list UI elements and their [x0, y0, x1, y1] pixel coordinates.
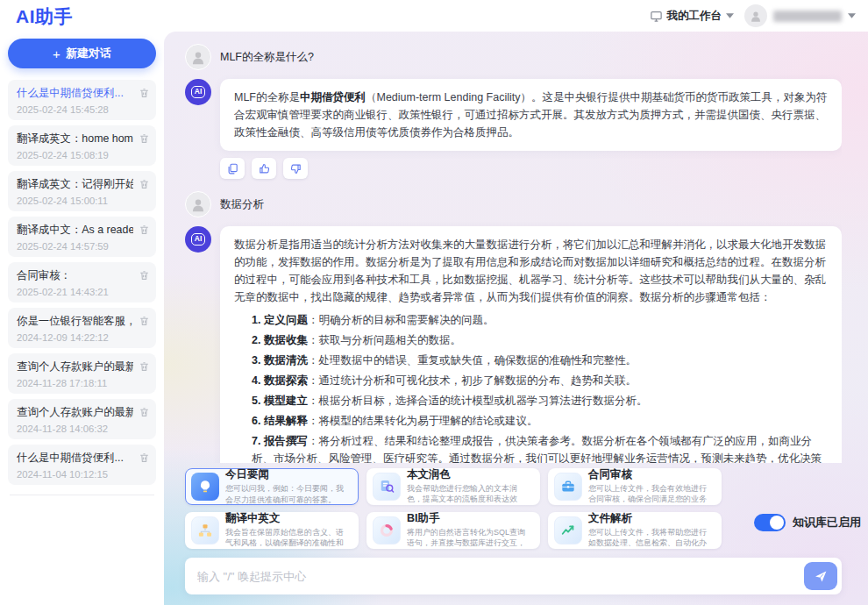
copy-button[interactable]: [220, 158, 245, 179]
user-message-text: 数据分析: [220, 197, 264, 212]
user-message-text: MLF的全称是什么?: [220, 50, 314, 65]
user-message: MLF的全称是什么?: [185, 44, 842, 70]
trash-icon[interactable]: [139, 224, 150, 236]
ai-message: AI MLF的全称是中期借贷便利（Medium-term Lending Fac…: [185, 79, 842, 151]
ai-avatar: AI: [185, 226, 211, 253]
composer-bar: [185, 558, 842, 594]
person-icon: [189, 47, 208, 67]
conversation-time: 2024-12-09 14:22:12: [17, 332, 133, 343]
workspace-label: 我的工作台: [667, 9, 722, 24]
conversation-item[interactable]: 翻译成中文：As a reader... 2025-02-24 14:57:59: [8, 217, 156, 257]
analysis-step: 结果解释：将模型的结果转化为易于理解的结论或建议。: [252, 412, 828, 430]
conversation-time: 2025-02-24 15:00:11: [17, 196, 133, 206]
feature-card-title: 本文润色: [407, 468, 532, 481]
sidebar: + 新建对话 什么是中期借贷便利... 2025-02-24 15:45:28 …: [0, 32, 164, 605]
new-conversation-button[interactable]: + 新建对话: [8, 39, 156, 68]
new-conversation-label: 新建对话: [66, 46, 111, 61]
caret-down-icon: [848, 13, 856, 18]
trash-icon[interactable]: [139, 87, 150, 99]
feature-card-desc: 您可以上传文件，我将帮助您进行如数据处理、信息检索、自动化办公等。: [588, 527, 714, 549]
analysis-step: 模型建立：根据分析目标，选择合适的统计模型或机器学习算法进行数据分析。: [252, 392, 828, 409]
translate-nodes-icon: [191, 516, 219, 544]
feature-cards: 今日要闻 您可以问我，例如：今日要闻，我会尽力提供准确和可靠的答案。 本文润色 …: [185, 468, 842, 549]
conversation-time: 2025-02-24 15:08:19: [17, 150, 133, 160]
ai-message-card: MLF的全称是中期借贷便利（Medium-term Lending Facili…: [220, 79, 842, 151]
feature-card-title: 今日要闻: [225, 468, 351, 481]
feature-card-desc: 将用户的自然语言转化为SQL查询语句，并直接与数据库进行交互，返回智能推荐的图表…: [407, 527, 532, 549]
feature-card-title: 文件解析: [588, 512, 714, 525]
trash-icon[interactable]: [139, 132, 150, 145]
message-actions: [220, 158, 842, 179]
conversation-item[interactable]: 合同审核： 2025-02-21 14:43:21: [8, 262, 156, 302]
person-icon: [748, 8, 764, 24]
user-message: 数据分析: [185, 191, 842, 217]
ai-avatar: AI: [185, 79, 211, 105]
feature-card-daily-news[interactable]: 今日要闻 您可以问我，例如：今日要闻，我会尽力提供准确和可靠的答案。: [185, 468, 359, 505]
user-avatar: [744, 4, 767, 27]
trash-icon[interactable]: [139, 269, 150, 281]
message-list: MLF的全称是什么? AI MLF的全称是中期借贷便利（Medium-term …: [185, 44, 842, 463]
trash-icon[interactable]: [139, 406, 150, 418]
ai-avatar-label: AI: [191, 233, 206, 245]
sidebar-divider: [10, 495, 154, 495]
analysis-steps-list: 定义问题：明确分析的目标和需要解决的问题。 数据收集：获取与分析问题相关的数据。…: [234, 311, 828, 463]
feature-card-file-parse[interactable]: 文件解析 您可以上传文件，我将帮助您进行如数据处理、信息检索、自动化办公等。: [548, 512, 722, 549]
trend-up-icon: [554, 516, 582, 544]
trash-icon[interactable]: [139, 178, 150, 190]
ai-message-card: 数据分析是指用适当的统计分析方法对收集来的大量数据进行分析，将它们加以汇总和理解…: [220, 226, 842, 463]
feature-card-title: 合同审核: [588, 468, 714, 481]
conversation-title: 合同审核：: [17, 268, 133, 283]
conversation-item[interactable]: 翻译成英文：记得刚开始... 2025-02-24 15:00:11: [8, 171, 156, 211]
thumbs-down-button[interactable]: [283, 158, 308, 179]
user-avatar: [185, 191, 211, 217]
ai-message: AI 数据分析是指用适当的统计分析方法对收集来的大量数据进行分析，将它们加以汇总…: [185, 226, 842, 463]
feature-card-translate[interactable]: 翻译中英文 我会旨在保留原始信息的含义、语气和风格，以确保翻译的准确性和自然流畅…: [185, 512, 359, 549]
bottom-section: 今日要闻 您可以问我，例如：今日要闻，我会尽力提供准确和可靠的答案。 本文润色 …: [185, 468, 842, 594]
conversation-time: 2025-02-21 14:43:21: [17, 287, 133, 297]
thumbs-up-button[interactable]: [252, 158, 276, 179]
thumbs-up-icon: [258, 162, 271, 175]
briefcase-icon: [554, 473, 582, 501]
top-header: AI助手 我的工作台: [0, 0, 868, 32]
conversation-item[interactable]: 什么是中期借贷便利... 2024-11-04 10:12:15: [8, 445, 156, 485]
app-logo: AI助手: [16, 4, 73, 29]
workspace-menu[interactable]: 我的工作台: [650, 9, 735, 24]
trash-icon[interactable]: [139, 452, 150, 464]
username-redacted: [773, 11, 842, 22]
conversation-title: 翻译成中文：As a reader...: [17, 223, 133, 238]
conversation-item[interactable]: 查询个人存款账户的最新... 2024-11-28 14:06:32: [8, 399, 156, 439]
conversation-item[interactable]: 你是一位银行智能客服，... 2024-12-09 14:22:12: [8, 308, 156, 348]
feature-card-bi-assistant[interactable]: BI助手 将用户的自然语言转化为SQL查询语句，并直接与数据库进行交互，返回智能…: [366, 512, 540, 549]
paper-plane-icon: [813, 568, 829, 584]
conversation-title: 什么是中期借贷便利...: [17, 451, 133, 466]
conversation-list: 什么是中期借贷便利... 2025-02-24 15:45:28 翻译成英文：h…: [8, 80, 156, 485]
conversation-item[interactable]: 翻译成英文：home home 2025-02-24 15:08:19: [8, 125, 156, 166]
conversation-item[interactable]: 查询个人存款账户的最新... 2024-11-28 17:18:11: [8, 353, 156, 394]
feature-card-contract-review[interactable]: 合同审核 您可以上传文件，我会有效地进行合同审核，确保合同满足您的业务需求。: [548, 468, 722, 505]
ai-avatar-label: AI: [191, 86, 206, 97]
conversation-title: 翻译成英文：记得刚开始...: [17, 177, 133, 192]
send-button[interactable]: [804, 562, 837, 590]
conversation-title: 查询个人存款账户的最新...: [17, 359, 133, 374]
ai-text-bold: 中期借贷便利: [300, 91, 366, 103]
trash-icon[interactable]: [139, 315, 150, 327]
person-icon: [189, 195, 208, 214]
conversation-title: 翻译成英文：home home: [17, 132, 133, 146]
conversation-time: 2024-11-28 14:06:32: [17, 424, 133, 434]
user-menu[interactable]: [744, 4, 856, 27]
document-magnifier-icon: [373, 473, 401, 501]
analysis-step: 定义问题：明确分析的目标和需要解决的问题。: [252, 311, 828, 329]
caret-down-icon: [726, 13, 734, 18]
trash-icon[interactable]: [139, 360, 150, 373]
bulb-icon: [191, 473, 219, 501]
analysis-step: 报告撰写：将分析过程、结果和结论整理成报告，供决策者参考。数据分析在各个领域都有…: [252, 432, 828, 463]
conversation-time: 2025-02-24 15:45:28: [17, 104, 133, 115]
conversation-time: 2024-11-28 17:18:11: [17, 378, 133, 388]
message-input[interactable]: [197, 570, 804, 583]
conversation-time: 2025-02-24 14:57:59: [17, 241, 133, 252]
conversation-time: 2024-11-04 10:12:15: [17, 469, 133, 480]
conversation-item[interactable]: 什么是中期借贷便利... 2025-02-24 15:45:28: [8, 80, 156, 120]
feature-card-text-polish[interactable]: 本文润色 我会帮助您进行您输入的文本润色，提高文本的流畅度和表达效果。: [366, 468, 540, 505]
monitor-icon: [650, 10, 663, 23]
chat-panel: MLF的全称是什么? AI MLF的全称是中期借贷便利（Medium-term …: [164, 32, 868, 605]
